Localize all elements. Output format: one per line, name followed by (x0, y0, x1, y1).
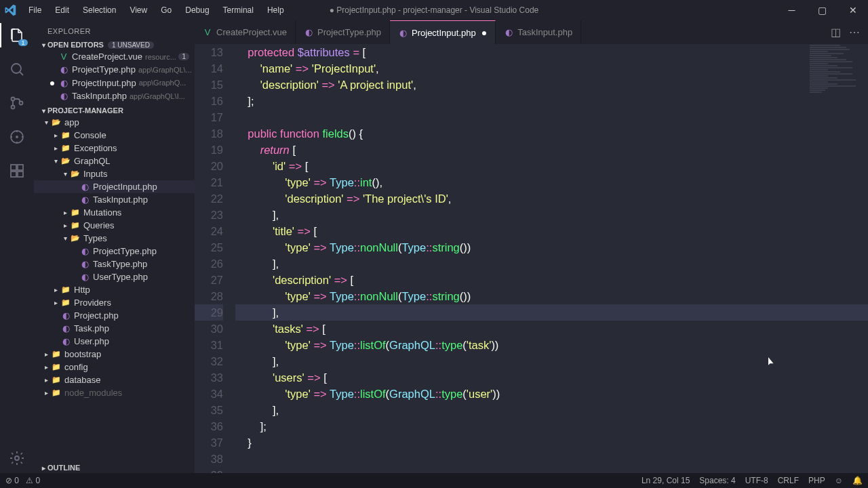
warnings-icon[interactable]: ⚠ 0 (26, 476, 40, 485)
source-control-icon[interactable] (7, 94, 26, 113)
chevron-right-icon: ▸ (39, 464, 47, 472)
tree-item[interactable]: ▸📁Console (34, 129, 195, 142)
tree-item[interactable]: ◐Task.php (34, 322, 195, 335)
activity-bar: 1 (0, 20, 34, 473)
chevron-down-icon: ▾ (39, 41, 47, 49)
project-section[interactable]: ▾ PROJECT-MANAGER (34, 105, 195, 116)
outline-section[interactable]: ▸ OUTLINE (34, 462, 195, 473)
extensions-icon[interactable] (7, 161, 26, 180)
unsaved-badge: 1 UNSAVED (108, 41, 154, 49)
indent-status[interactable]: Spaces: 4 (699, 476, 735, 485)
status-bar: ⊘ 0 ⚠ 0 Ln 29, Col 15 Spaces: 4 UTF-8 CR… (0, 473, 868, 488)
menu-bar: File Edit Selection View Go Debug Termin… (23, 3, 290, 18)
svg-point-1 (12, 98, 15, 101)
open-editors-section[interactable]: ▾ OPEN EDITORS 1 UNSAVED (34, 39, 195, 50)
open-editor-item[interactable]: ◐ProjectType.phpapp\GraphQL\... (34, 63, 195, 76)
minimize-button[interactable]: ─ (776, 0, 807, 20)
explorer-header: EXPLORER (34, 20, 195, 39)
tree-item[interactable]: ▸📁database (34, 373, 195, 386)
tab-bar: VCreateProject.vue◐ProjectType.php◐Proje… (195, 20, 868, 44)
tree-item[interactable]: ▸📁node_modules (34, 386, 195, 399)
svg-rect-7 (18, 165, 23, 170)
tree-item[interactable]: ▸📁Http (34, 283, 195, 296)
project-label: PROJECT-MANAGER (47, 106, 123, 115)
explorer-icon[interactable]: 1 (7, 26, 26, 45)
tab[interactable]: ◐ProjectInput.php● (390, 20, 496, 44)
cursor-position[interactable]: Ln 29, Col 15 (642, 476, 690, 485)
svg-rect-9 (18, 171, 23, 177)
more-icon[interactable]: ⋯ (849, 26, 860, 39)
encoding-status[interactable]: UTF-8 (745, 476, 768, 485)
code-content[interactable]: protected $attributes = [ 'name' => 'Pro… (235, 44, 868, 473)
tree-item[interactable]: ▾📂Types (34, 232, 195, 245)
svg-rect-8 (11, 171, 16, 177)
feedback-icon[interactable]: ☺ (835, 476, 843, 485)
open-editor-item[interactable]: ●◐ProjectInput.phpapp\GraphQ... (34, 76, 195, 89)
tree-item[interactable]: ▸📁Mutations (34, 206, 195, 219)
outline-label: OUTLINE (47, 464, 80, 472)
menu-terminal[interactable]: Terminal (218, 3, 259, 18)
tab[interactable]: VCreateProject.vue (195, 20, 296, 44)
svg-rect-6 (11, 165, 16, 170)
open-editors-label: OPEN EDITORS (47, 41, 104, 49)
explorer-sidebar: EXPLORER ▾ OPEN EDITORS 1 UNSAVED VCreat… (34, 20, 195, 473)
settings-icon[interactable] (7, 449, 26, 468)
tab[interactable]: ◐ProjectType.php (296, 20, 390, 44)
tree-item[interactable]: ▾📂Inputs (34, 167, 195, 180)
svg-point-2 (12, 106, 15, 109)
menu-go[interactable]: Go (155, 3, 177, 18)
tree-item[interactable]: ◐TaskType.php (34, 258, 195, 270)
svg-point-10 (15, 456, 19, 460)
search-icon[interactable] (7, 60, 26, 79)
language-status[interactable]: PHP (808, 476, 825, 485)
tree-item[interactable]: ◐UserType.php (34, 270, 195, 283)
svg-point-3 (20, 102, 23, 105)
open-editor-item[interactable]: VCreateProject.vueresourc...1 (34, 50, 195, 63)
tree-item[interactable]: ▸📁Exceptions (34, 142, 195, 155)
tree-item[interactable]: ▸📁bootstrap (34, 348, 195, 361)
tree-item[interactable]: ◐Project.php (34, 309, 195, 322)
menu-view[interactable]: View (124, 3, 153, 18)
tree-item[interactable]: ▾📂app (34, 116, 195, 129)
tree-item[interactable]: ▸📁config (34, 361, 195, 373)
eol-status[interactable]: CRLF (778, 476, 799, 485)
vscode-logo (0, 0, 20, 20)
tree-item[interactable]: ◐ProjectInput.php (34, 180, 195, 193)
explorer-badge: 1 (18, 39, 28, 46)
tree-item[interactable]: ▾📂GraphQL (34, 155, 195, 167)
close-button[interactable]: ✕ (837, 0, 868, 20)
tab[interactable]: ◐TaskInput.php (496, 20, 581, 44)
title-bar: File Edit Selection View Go Debug Termin… (0, 0, 868, 20)
menu-help[interactable]: Help (262, 3, 290, 18)
menu-debug[interactable]: Debug (180, 3, 214, 18)
window-controls: ─ ▢ ✕ (776, 0, 868, 20)
debug-icon[interactable] (7, 127, 26, 146)
errors-icon[interactable]: ⊘ 0 (5, 476, 19, 485)
open-editors-list: VCreateProject.vueresourc...1◐ProjectTyp… (34, 50, 195, 105)
split-editor-icon[interactable]: ◫ (831, 26, 841, 39)
maximize-button[interactable]: ▢ (807, 0, 837, 20)
tree-item[interactable]: ◐User.php (34, 335, 195, 348)
line-gutter: 1314151617181920212223242526272829303132… (195, 44, 235, 473)
file-tree: ▾📂app▸📁Console▸📁Exceptions▾📂GraphQL▾📂Inp… (34, 116, 195, 462)
menu-edit[interactable]: Edit (50, 3, 75, 18)
svg-point-5 (16, 136, 18, 138)
tree-item[interactable]: ◐TaskInput.php (34, 193, 195, 206)
tree-item[interactable]: ▸📁Providers (34, 296, 195, 309)
window-title: ● ProjectInput.php - project-manager - V… (330, 5, 539, 15)
bell-icon[interactable]: 🔔 (852, 476, 863, 485)
svg-point-0 (12, 64, 21, 73)
menu-file[interactable]: File (23, 3, 47, 18)
tree-item[interactable]: ◐ProjectType.php (34, 245, 195, 258)
chevron-down-icon: ▾ (39, 107, 47, 115)
tree-item[interactable]: ▸📁Queries (34, 219, 195, 232)
open-editor-item[interactable]: ◐TaskInput.phpapp\GraphQL\I... (34, 89, 195, 102)
menu-selection[interactable]: Selection (77, 3, 121, 18)
editor-area: VCreateProject.vue◐ProjectType.php◐Proje… (195, 20, 868, 473)
code-editor[interactable]: 1314151617181920212223242526272829303132… (195, 44, 868, 473)
